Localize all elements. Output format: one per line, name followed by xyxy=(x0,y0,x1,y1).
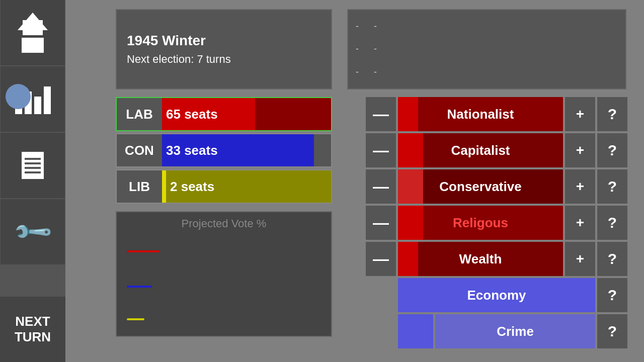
doc-icon xyxy=(22,152,44,179)
nationalist-plus-button[interactable]: + xyxy=(565,97,595,131)
nationalist-button[interactable]: Nationalist xyxy=(398,97,563,131)
nationalist-row: — Nationalist + ? xyxy=(366,97,627,131)
projected-panel: Projected Vote % xyxy=(116,211,332,337)
next-turn-label: NEXT TURN xyxy=(15,314,51,345)
conservative-minus-button[interactable]: — xyxy=(366,169,396,204)
conservative-button[interactable]: Conservative xyxy=(398,169,563,204)
conservative-plus-button[interactable]: + xyxy=(565,169,595,204)
conservative-label: Conservative xyxy=(439,179,521,195)
docs-button[interactable] xyxy=(1,133,65,198)
crime-row: Crime ? xyxy=(366,314,627,348)
con-seats: 33 seats xyxy=(162,143,218,158)
crime-help-button[interactable]: ? xyxy=(597,314,627,348)
next-turn-line1: NEXT xyxy=(15,314,50,329)
religious-row: — Religous + ? xyxy=(366,206,627,240)
wealth-row: — Wealth + ? xyxy=(366,242,627,276)
conservative-indicator xyxy=(398,169,423,204)
con-bar-container: 33 seats xyxy=(162,134,331,166)
lab-bar-container: 65 seats xyxy=(162,98,331,130)
capitalist-row: — Capitalist + ? xyxy=(366,133,627,167)
religious-label: Religous xyxy=(453,215,508,231)
stat2-label: - xyxy=(356,44,359,54)
next-turn-button[interactable]: NEXT TURN xyxy=(0,297,65,362)
religious-indicator xyxy=(398,206,423,240)
stat1-val: - xyxy=(374,21,377,32)
religious-help-button[interactable]: ? xyxy=(597,206,627,240)
capitalist-indicator xyxy=(398,133,423,167)
religious-minus-button[interactable]: — xyxy=(366,206,396,240)
wealth-minus-button[interactable]: — xyxy=(366,242,396,276)
wealth-plus-button[interactable]: + xyxy=(565,242,595,276)
stat2-val: - xyxy=(374,44,377,54)
lib-row: LIB 2 seats xyxy=(116,169,332,204)
lab-row: LAB 65 seats xyxy=(116,97,332,131)
stat3-val: - xyxy=(374,67,377,77)
religious-button[interactable]: Religous xyxy=(398,206,563,240)
religious-plus-button[interactable]: + xyxy=(565,206,595,240)
nationalist-indicator xyxy=(398,97,418,131)
crime-button[interactable]: Crime xyxy=(435,314,595,348)
stats-button[interactable] xyxy=(1,66,65,132)
con-row: CON 33 seats xyxy=(116,133,332,167)
house-icon xyxy=(18,13,48,30)
nationalist-help-button[interactable]: ? xyxy=(597,97,627,131)
economy-help-button[interactable]: ? xyxy=(597,278,627,312)
con-abbr: CON xyxy=(117,143,162,158)
economy-button[interactable]: Economy xyxy=(398,278,595,312)
capitalist-button[interactable]: Capitalist xyxy=(398,133,563,167)
nationalist-label: Nationalist xyxy=(447,107,514,122)
stats-panel: - - - - - - xyxy=(347,9,626,89)
home-button[interactable] xyxy=(1,0,65,65)
wealth-help-button[interactable]: ? xyxy=(597,242,627,276)
nationalist-minus-button[interactable]: — xyxy=(366,97,396,131)
proj-line-blue xyxy=(127,286,152,288)
stat-row-2: - - xyxy=(356,44,618,54)
economy-row: Economy ? xyxy=(366,278,627,312)
projected-title: Projected Vote % xyxy=(182,217,267,230)
conservative-help-button[interactable]: ? xyxy=(597,169,627,204)
stat3-label: - xyxy=(356,67,359,77)
election-label: Next election: 7 turns xyxy=(127,53,321,66)
stat-row-1: - - xyxy=(356,21,618,32)
capitalist-plus-button[interactable]: + xyxy=(565,133,595,167)
lib-seats: 2 seats xyxy=(166,179,214,195)
circle-decoration xyxy=(6,84,31,109)
proj-line-red xyxy=(127,250,159,252)
lib-bar-container: 2 seats xyxy=(162,170,331,203)
lib-abbr: LIB xyxy=(117,179,162,195)
seats-section: LAB 65 seats CON 33 seats LIB 2 seats xyxy=(116,97,332,206)
wealth-indicator xyxy=(398,242,418,276)
next-turn-line2: TURN xyxy=(15,329,51,344)
conservative-row: — Conservative + ? xyxy=(366,169,627,204)
wealth-button[interactable]: Wealth xyxy=(398,242,563,276)
lab-seats: 65 seats xyxy=(162,107,218,122)
settings-button[interactable]: 🔧 xyxy=(1,199,65,264)
proj-line-yellow xyxy=(127,318,144,320)
capitalist-help-button[interactable]: ? xyxy=(597,133,627,167)
stat-row-3: - - xyxy=(356,67,618,77)
wrench-icon: 🔧 xyxy=(12,211,54,253)
stat1-label: - xyxy=(356,21,359,32)
info-panel: 1945 Winter Next election: 7 turns xyxy=(116,9,332,89)
capitalist-minus-button[interactable]: — xyxy=(366,133,396,167)
projected-chart xyxy=(117,235,331,331)
crime-indicator xyxy=(398,314,433,348)
season-label: 1945 Winter xyxy=(127,33,321,49)
capitalist-label: Capitalist xyxy=(451,143,510,158)
lab-abbr: LAB xyxy=(117,107,162,122)
wealth-label: Wealth xyxy=(459,251,502,267)
policy-section: — Nationalist + ? — Capitalist + ? — Con… xyxy=(366,97,627,350)
